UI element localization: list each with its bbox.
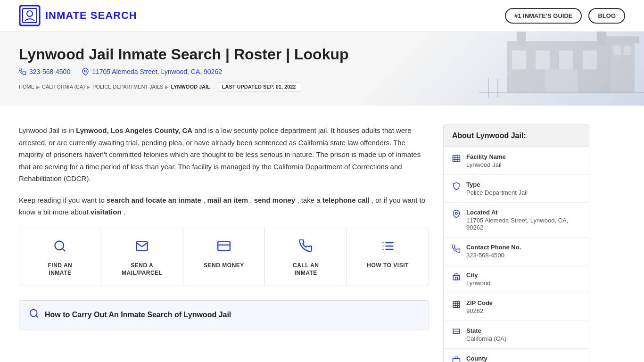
how-to-visit-icon — [381, 239, 395, 256]
svg-point-2 — [27, 11, 33, 16]
find-inmate-card[interactable]: FIND ANINMATE — [19, 228, 101, 286]
desc-p2-b5: visitation — [91, 208, 122, 216]
type-content: Type Police Department Jail — [466, 181, 528, 196]
sidebar-row-county: County Los Angeles County — [444, 349, 589, 362]
description-para2: Keep reading if you want to search and l… — [19, 194, 429, 218]
page-title: Lynwood Jail Inmate Search | Roster | Lo… — [19, 46, 625, 63]
svg-rect-41 — [453, 358, 460, 362]
sidebar-row-city: City Lynwood — [444, 265, 589, 293]
facility-value: Lynwood Jail — [466, 161, 506, 168]
svg-rect-12 — [606, 36, 639, 43]
city-icon — [452, 272, 461, 283]
city-value: Lynwood — [466, 280, 491, 287]
sidebar-header: About Lynwood Jail: — [444, 125, 589, 147]
county-label: County — [466, 355, 521, 362]
breadcrumb-sep-1: ▶ — [36, 84, 40, 90]
desc-p2-start: Keep reading if you want to — [19, 196, 107, 204]
sidebar-row-facility: Facility Name Lynwood Jail — [444, 147, 589, 175]
header-nav: #1 INMATE'S GUIDE BLOG — [505, 8, 625, 24]
header: INMATE SEARCH #1 INMATE'S GUIDE BLOG — [0, 0, 644, 32]
logo-text: INMATE SEARCH — [45, 9, 137, 22]
breadcrumb-home[interactable]: HOME — [19, 84, 34, 90]
svg-line-20 — [63, 248, 65, 251]
desc-p2-mid2: , — [250, 196, 254, 204]
sidebar-box: About Lynwood Jail: Facility Name Lynwoo… — [443, 124, 589, 362]
location-content: Located At 11705 Alemeda Street, Lynwood… — [466, 209, 580, 231]
logo-icon — [19, 5, 41, 26]
location-pin-icon — [452, 210, 461, 221]
how-to-visit-label: HOW TO VISIT — [367, 262, 408, 270]
svg-point-36 — [455, 212, 458, 214]
svg-rect-31 — [453, 155, 460, 162]
hero-section: Lynwood Jail Inmate Search | Roster | Lo… — [0, 32, 644, 106]
send-mail-label: SEND AMAIL/PARCEL — [122, 262, 163, 278]
desc-p1-end: and is a low security police department … — [19, 126, 421, 182]
send-mail-card[interactable]: SEND AMAIL/PARCEL — [101, 228, 183, 286]
find-inmate-label: FIND ANINMATE — [48, 262, 73, 278]
send-money-card[interactable]: SEND MONEY — [183, 228, 265, 286]
address-value: 11705 Alemeda Street, Lynwood, CA, 90262 — [92, 68, 222, 75]
last-updated-badge: LAST UPDATED SEP. 01, 2022 — [217, 82, 301, 91]
location-label: Located At — [466, 209, 580, 216]
state-icon — [452, 328, 461, 339]
main-layout: Lynwood Jail is in Lynwood, Los Angeles … — [0, 106, 644, 362]
how-to-visit-card[interactable]: HOW TO VISIT — [347, 228, 429, 286]
desc-p1-start: Lynwood Jail is in — [19, 126, 76, 134]
action-cards: FIND ANINMATE SEND AMAIL/PARCEL SEND MON… — [19, 228, 429, 287]
sidebar-row-phone: Contact Phone No. 323-568-4500 — [444, 238, 589, 265]
phone-label: Contact Phone No. — [466, 244, 521, 251]
phone-icon — [19, 68, 26, 75]
call-inmate-icon — [299, 239, 313, 256]
zip-icon — [452, 300, 461, 311]
send-money-icon — [217, 239, 231, 256]
call-inmate-label: CALL ANINMATE — [293, 262, 319, 278]
county-icon — [452, 356, 461, 362]
desc-p2-b2: mail an item — [207, 196, 248, 204]
send-mail-icon — [135, 239, 149, 256]
phone-meta: 323-568-4500 — [19, 68, 70, 75]
find-inmate-icon — [53, 239, 66, 256]
type-label: Type — [466, 181, 528, 188]
facility-label: Facility Name — [466, 153, 506, 160]
location-value: 11705 Alemeda Street, Lynwood, CA, 90262 — [466, 217, 580, 231]
call-inmate-card[interactable]: CALL ANINMATE — [265, 228, 347, 286]
phone-content: Contact Phone No. 323-568-4500 — [466, 244, 521, 259]
svg-rect-37 — [453, 276, 460, 280]
phone-value-sb: 323-568-4500 — [466, 252, 521, 259]
how-to-bar-icon — [29, 308, 39, 321]
breadcrumb-ca[interactable]: CALIFORNIA (CA) — [42, 84, 85, 90]
sidebar-row-type: Type Police Department Jail — [444, 175, 589, 203]
svg-rect-4 — [517, 32, 526, 46]
location-icon — [82, 68, 89, 75]
inmates-guide-button[interactable]: #1 INMATE'S GUIDE — [505, 8, 582, 24]
facility-icon — [452, 154, 461, 165]
main-content: Lynwood Jail is in Lynwood, Los Angeles … — [19, 124, 429, 362]
how-to-bar[interactable]: How to Carry Out An Inmate Search of Lyn… — [19, 300, 429, 329]
breadcrumb-current: LYNWOOD JAIL — [171, 84, 210, 90]
desc-p2-b4: telephone call — [322, 196, 370, 204]
breadcrumb: HOME ▶ CALIFORNIA (CA) ▶ POLICE DEPARTME… — [19, 82, 625, 91]
zip-content: ZIP Code 90262 — [466, 299, 493, 314]
desc-p2-last: . — [124, 208, 125, 216]
type-icon — [452, 182, 461, 193]
city-content: City Lynwood — [466, 272, 491, 287]
desc-p2-b1: search and locate an inmate — [107, 196, 201, 204]
description-para1: Lynwood Jail is in Lynwood, Los Angeles … — [19, 124, 429, 185]
facility-content: Facility Name Lynwood Jail — [466, 153, 506, 168]
sidebar: About Lynwood Jail: Facility Name Lynwoo… — [443, 124, 589, 362]
sidebar-row-zip: ZIP Code 90262 — [444, 293, 589, 321]
desc-p2-mid3: , take a — [297, 196, 322, 204]
desc-p2-b3: send money — [254, 196, 296, 204]
zip-label: ZIP Code — [466, 299, 493, 306]
breadcrumb-sep-2: ▶ — [87, 84, 91, 90]
svg-line-30 — [36, 315, 38, 317]
breadcrumb-police[interactable]: POLICE DEPARTMENT JAILS — [92, 84, 163, 90]
desc-p1-bold: Lynwood, Los Angeles County, CA — [76, 126, 192, 134]
state-content: State California (CA) — [466, 327, 506, 342]
blog-button[interactable]: BLOG — [588, 8, 625, 24]
svg-point-18 — [84, 70, 86, 72]
state-label: State — [466, 327, 506, 334]
how-to-bar-text: How to Carry Out An Inmate Search of Lyn… — [45, 311, 231, 319]
type-value: Police Department Jail — [466, 189, 528, 196]
phone-value: 323-568-4500 — [29, 68, 70, 75]
